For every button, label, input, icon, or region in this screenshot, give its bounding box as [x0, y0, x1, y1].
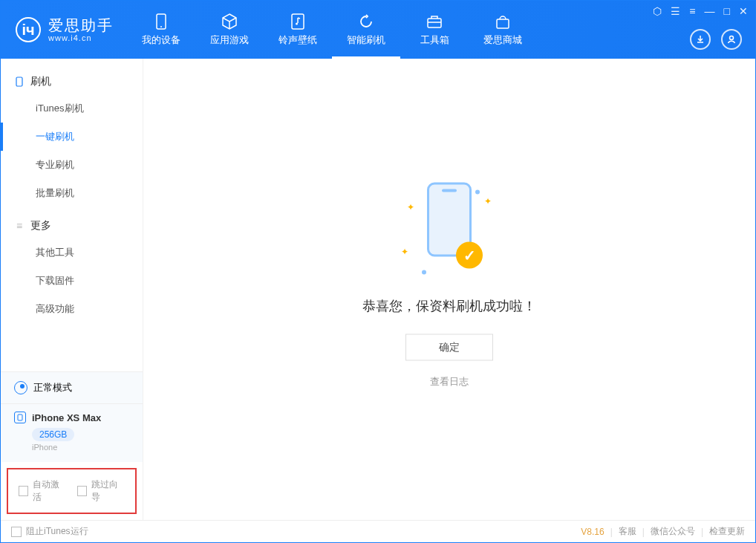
- capacity-badge: 256GB: [32, 428, 74, 441]
- nav-label: 工具箱: [420, 33, 449, 47]
- option-label: 自动激活: [33, 478, 66, 504]
- ok-button[interactable]: 确定: [405, 334, 493, 361]
- option-skip-wizard[interactable]: 跳过向导: [77, 478, 126, 504]
- device-sub: iPhone: [32, 443, 129, 458]
- sidebar-item-firmware[interactable]: 下载固件: [1, 267, 143, 295]
- sidebar-item-batch[interactable]: 批量刷机: [1, 179, 143, 207]
- footer-link-wechat[interactable]: 微信公众号: [651, 525, 695, 538]
- checkbox-icon[interactable]: [11, 527, 22, 537]
- nav-tab-device[interactable]: 我的设备: [127, 1, 195, 59]
- sidebar-bottom: 正常模式 iPhone XS Max 256GB iPhone 自动激活: [1, 371, 143, 520]
- nav-tabs: 我的设备 应用游戏 铃声壁纸 智能刷机 工具箱 爱思商城: [127, 1, 537, 59]
- shirt-icon[interactable]: ⬡: [653, 5, 662, 17]
- cube-icon: [221, 13, 238, 30]
- phone-illustration: ✦ ✦ ✦ ✓: [401, 183, 498, 279]
- svg-rect-8: [18, 414, 22, 420]
- nav-tab-ringtones[interactable]: 铃声壁纸: [264, 1, 332, 59]
- footer-link-update[interactable]: 检查更新: [709, 525, 745, 538]
- options-row: 自动激活 跳过向导: [7, 468, 137, 514]
- sparkle-icon: ✦: [407, 202, 414, 212]
- list-small-icon: ≡: [14, 221, 25, 231]
- music-icon: [289, 13, 307, 30]
- list-icon[interactable]: ☰: [671, 5, 680, 17]
- app-url: www.i4.cn: [48, 33, 114, 42]
- sidebar-scroll: 刷机 iTunes刷机 一键刷机 专业刷机 批量刷机 ≡ 更多 其他工具 下载固…: [1, 59, 143, 371]
- sidebar: 刷机 iTunes刷机 一键刷机 专业刷机 批量刷机 ≡ 更多 其他工具 下载固…: [1, 59, 143, 520]
- logo-text: 爱思助手 www.i4.cn: [48, 17, 114, 42]
- refresh-icon: [357, 13, 375, 30]
- toolbox-icon: [426, 13, 443, 30]
- option-label: 跳过向导: [91, 478, 125, 504]
- option-auto-activate[interactable]: 自动激活: [19, 478, 67, 504]
- header-right: [690, 29, 742, 50]
- nav-label: 应用游戏: [210, 33, 249, 47]
- device-icon: [152, 13, 170, 30]
- sidebar-group-more: ≡ 更多: [1, 216, 143, 238]
- logo: iч 爱思助手 www.i4.cn: [1, 17, 127, 42]
- menu-icon[interactable]: ≡: [689, 5, 695, 17]
- close-button[interactable]: ✕: [739, 5, 748, 17]
- svg-rect-5: [497, 19, 509, 28]
- checkbox-icon[interactable]: [77, 486, 87, 496]
- shop-icon: [494, 13, 512, 30]
- nav-tab-flash[interactable]: 智能刷机: [332, 1, 400, 59]
- success-message: 恭喜您，保资料刷机成功啦！: [293, 297, 605, 315]
- sparkle-icon: ✦: [484, 196, 492, 207]
- device-name-row: iPhone XS Max: [14, 412, 129, 423]
- dot-icon: [475, 190, 480, 195]
- footer: 阻止iTunes运行 V8.16 | 客服 | 微信公众号 | 检查更新: [1, 520, 755, 542]
- sidebar-item-other[interactable]: 其他工具: [1, 238, 143, 267]
- body: 刷机 iTunes刷机 一键刷机 专业刷机 批量刷机 ≡ 更多 其他工具 下载固…: [1, 59, 755, 520]
- check-badge-icon: ✓: [456, 242, 483, 269]
- device-name: iPhone XS Max: [32, 412, 101, 423]
- nav-tab-toolbox[interactable]: 工具箱: [400, 1, 469, 59]
- app-title: 爱思助手: [48, 17, 114, 33]
- nav-label: 爱思商城: [483, 33, 522, 47]
- device-row[interactable]: iPhone XS Max 256GB iPhone: [1, 404, 143, 462]
- mode-icon: [14, 381, 27, 394]
- titlebar-controls: ⬡ ☰ ≡ — □ ✕: [653, 5, 748, 17]
- svg-point-1: [160, 26, 162, 27]
- checkbox-icon[interactable]: [19, 486, 28, 496]
- device-small-icon: [14, 412, 26, 423]
- version-label: V8.16: [581, 527, 604, 537]
- svg-point-3: [296, 23, 298, 25]
- nav-label: 我的设备: [142, 33, 180, 47]
- app-window: ⬡ ☰ ≡ — □ ✕ iч 爱思助手 www.i4.cn 我的设备 应用游戏: [0, 0, 756, 543]
- success-panel: ✦ ✦ ✦ ✓ 恭喜您，保资料刷机成功啦！ 确定 查看日志: [293, 172, 605, 388]
- phone-small-icon: [14, 77, 25, 87]
- minimize-button[interactable]: —: [705, 5, 715, 17]
- footer-right: V8.16 | 客服 | 微信公众号 | 检查更新: [581, 525, 745, 538]
- svg-rect-4: [428, 19, 441, 27]
- group-label: 更多: [30, 219, 51, 233]
- header: ⬡ ☰ ≡ — □ ✕ iч 爱思助手 www.i4.cn 我的设备 应用游戏: [1, 1, 755, 59]
- sidebar-group-flash: 刷机: [1, 72, 143, 94]
- sidebar-item-itunes[interactable]: iTunes刷机: [1, 94, 143, 123]
- sidebar-item-advanced[interactable]: 高级功能: [1, 295, 143, 323]
- mode-label: 正常模式: [33, 381, 72, 394]
- user-button[interactable]: [721, 29, 742, 50]
- content-area: ✦ ✦ ✦ ✓ 恭喜您，保资料刷机成功啦！ 确定 查看日志: [143, 59, 755, 520]
- svg-point-6: [730, 36, 734, 40]
- nav-tab-shop[interactable]: 爱思商城: [469, 1, 537, 59]
- group-label: 刷机: [30, 75, 51, 88]
- sidebar-item-oneclick[interactable]: 一键刷机: [1, 123, 143, 151]
- mode-row[interactable]: 正常模式: [1, 372, 143, 404]
- block-itunes-label[interactable]: 阻止iTunes运行: [26, 525, 88, 538]
- sidebar-item-pro[interactable]: 专业刷机: [1, 151, 143, 179]
- svg-rect-7: [16, 77, 22, 86]
- sparkle-icon: ✦: [401, 247, 408, 257]
- nav-label: 智能刷机: [347, 33, 385, 47]
- footer-link-support[interactable]: 客服: [619, 525, 636, 538]
- view-log-link[interactable]: 查看日志: [430, 376, 469, 387]
- footer-left: 阻止iTunes运行: [11, 525, 88, 538]
- nav-tab-apps[interactable]: 应用游戏: [195, 1, 264, 59]
- maximize-button[interactable]: □: [724, 5, 730, 17]
- logo-icon: iч: [16, 17, 41, 42]
- download-button[interactable]: [690, 29, 711, 50]
- dot-icon: [422, 270, 426, 275]
- nav-label: 铃声壁纸: [278, 33, 317, 47]
